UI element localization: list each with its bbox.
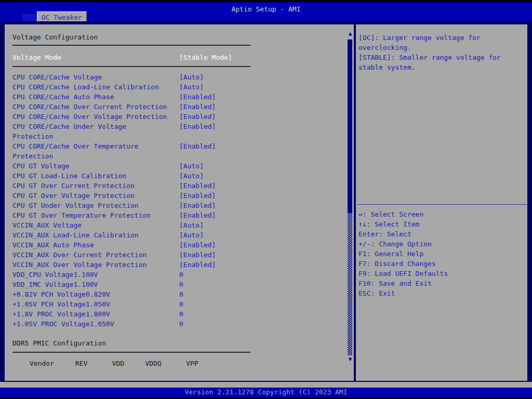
pmic-table-header: Vendor REV VDD VDDQ VPP [30,358,198,368]
item-help-text: [OC]: Larger range voltage for overclock… [358,33,528,72]
pmic-column-header: VDD [112,358,141,368]
option-row[interactable]: CPU GT Load-Line Calibration [Auto] [12,171,349,181]
option-label: VDD_IMC Voltage1.100V [12,280,168,289]
option-value: [Auto] [179,230,204,240]
title-bar: Aptio Setup - AMI OC Tweaker [0,0,532,21]
hotkey-legend-item: +/-: Change Option [358,239,528,249]
option-label: CPU GT Voltage [12,161,168,171]
pmic-column-header: REV [75,358,108,368]
option-row[interactable]: CPU CORE/Cache Load-Line Calibration [Au… [12,82,349,92]
option-list: CPU CORE/Cache Voltage [Auto] CPU CORE/C… [12,72,349,329]
option-label: CPU CORE/Cache Over Temperature Protecti… [12,141,168,161]
option-row[interactable]: +1.05V PCH Voltage1.050V 0 [12,299,349,309]
option-row[interactable]: VCCIN_AUX Auto Phase [Enabled] [12,240,349,250]
option-row[interactable]: CPU CORE/Cache Auto Phase [Enabled] [12,92,349,102]
hotkey-legend: ↔: Select Screen ↑↓: Select Item Enter: … [358,209,528,298]
option-row[interactable]: CPU GT Over Current Protection [Enabled] [12,181,349,191]
option-label: CPU GT Under Voltage Protection [12,201,168,210]
scrollbar-track[interactable] [348,213,352,355]
option-value: 0 [179,270,183,280]
option-value: [Enabled] [179,112,216,122]
option-row[interactable]: VDD_CPU Voltage1.100V 0 [12,270,349,280]
option-value: 0 [179,299,183,309]
left-frame-border [0,23,4,382]
option-row[interactable]: CPU CORE/Cache Voltage [Auto] [12,72,349,82]
option-value: [Enabled] [179,240,216,250]
option-label: CPU CORE/Cache Over Current Protection [12,102,168,112]
pmic-column-header: VPP [186,358,198,368]
hotkey-legend-item: F7: Discard Changes [358,259,528,269]
option-value: 0 [179,309,183,319]
section-title-voltage-configuration: Voltage Configuration [12,32,98,42]
option-row[interactable]: CPU GT Under Voltage Protection [Enabled… [12,201,349,210]
hotkey-legend-item: ESC: Exit [358,288,528,298]
option-value: 0 [179,319,183,329]
hotkey-legend-item: ↔: Select Screen [358,209,528,219]
scroll-up-icon[interactable]: ▲ [345,31,355,36]
separator-line [12,352,250,353]
option-value: [Auto] [179,161,204,171]
option-value: [Enabled] [179,102,216,112]
option-label: CPU CORE/Cache Voltage [12,72,168,82]
option-row[interactable]: +1.8V PROC Voltage1.800V 0 [12,309,349,319]
option-value: [Stable Mode] [179,52,232,62]
option-value: [Enabled] [179,201,216,210]
hotkey-legend-item: F9: Load UEFI Defaults [358,269,528,278]
option-value: [Auto] [179,171,204,181]
option-row[interactable]: CPU GT Over Voltage Protection [Enabled] [12,191,349,201]
scrollbar-thumb[interactable] [348,39,352,213]
option-row[interactable]: VCCIN_AUX Over Current Protection [Enabl… [12,250,349,260]
option-value: 0 [179,280,183,289]
hotkey-legend-item: F10: Save and Exit [358,278,528,288]
option-row[interactable]: CPU GT Voltage [Auto] [12,161,349,171]
option-row[interactable]: VDD_IMC Voltage1.100V 0 [12,280,349,289]
option-label: VCCIN_AUX Voltage [12,220,168,230]
separator-line [12,45,250,46]
option-value: [Auto] [179,82,204,92]
option-value: [Enabled] [179,210,216,220]
option-label: CPU CORE/Cache Under Voltage Protection [12,122,168,141]
hotkey-legend-item: ↑↓: Select Item [358,219,528,229]
option-value: [Enabled] [179,141,216,151]
hotkey-legend-item: F1: General Help [358,249,528,259]
help-panel-divider [357,204,527,205]
option-row[interactable]: CPU CORE/Cache Under Voltage Protection … [12,122,349,141]
option-row[interactable]: CPU CORE/Cache Over Temperature Protecti… [12,141,349,161]
help-panel [355,23,528,382]
option-label: VDD_CPU Voltage1.100V [12,270,168,280]
option-row[interactable]: CPU CORE/Cache Over Current Protection [… [12,102,349,112]
option-label: CPU CORE/Cache Over Voltage Protection [12,112,168,122]
option-label: CPU GT Load-Line Calibration [12,171,168,181]
option-value: [Enabled] [179,260,216,270]
option-label: VCCIN_AUX Auto Phase [12,240,168,250]
scroll-down-icon[interactable]: ▼ [345,356,355,362]
top-black-strip [0,0,532,2]
option-row[interactable]: VCCIN_AUX Over Voltage Protection [Enabl… [12,260,349,270]
section-title-ddr5-pmic: DDR5 PMIC Configuration [12,338,106,348]
option-value: [Auto] [179,72,204,82]
option-row[interactable]: CPU GT Over Temperature Protection [Enab… [12,210,349,220]
option-row[interactable]: +0.82V PCH Voltage0.820V 0 [12,289,349,299]
option-value: [Enabled] [179,191,216,201]
footer-bar: Version 2.21.1278 Copyright (C) 2023 AMI [0,388,532,397]
option-row[interactable]: +1.05V PROC Voltage1.050V 0 [12,319,349,329]
content-region: Voltage Configuration Voltage Mode [Stab… [0,21,532,388]
option-value: [Enabled] [179,181,216,191]
option-label: +1.05V PCH Voltage1.050V [12,299,168,309]
option-row[interactable]: CPU CORE/Cache Over Voltage Protection [… [12,112,349,122]
option-label: CPU CORE/Cache Load-Line Calibration [12,82,168,92]
separator-line [12,66,250,67]
option-label: VCCIN_AUX Load-Line Calibration [12,230,168,240]
option-label: CPU GT Over Temperature Protection [12,210,168,220]
option-row[interactable]: VCCIN_AUX Voltage [Auto] [12,220,349,230]
bios-screen: Aptio Setup - AMI OC Tweaker Voltage Con… [0,0,532,399]
option-row[interactable]: VCCIN_AUX Load-Line Calibration [Auto] [12,230,349,240]
option-value: [Enabled] [179,92,216,102]
option-value: [Auto] [179,220,204,230]
option-label: CPU GT Over Voltage Protection [12,191,168,201]
option-label: CPU GT Over Current Protection [12,181,168,191]
option-row-selected[interactable]: Voltage Mode [Stable Mode] [12,52,348,62]
right-frame-border [528,23,532,382]
option-label: VCCIN_AUX Over Voltage Protection [12,260,168,270]
option-label: Voltage Mode [12,54,61,61]
